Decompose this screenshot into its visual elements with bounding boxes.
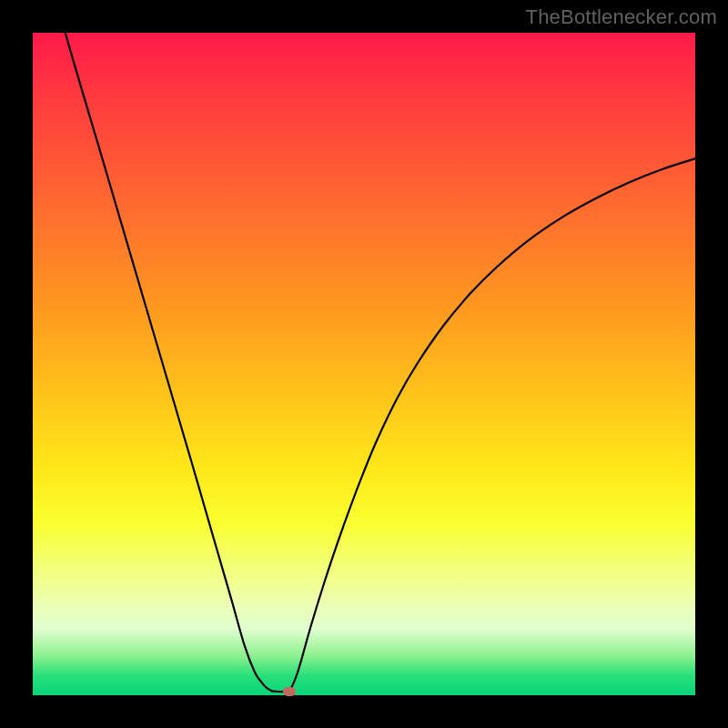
- bottleneck-curve: [66, 33, 695, 693]
- plot-area: [33, 33, 695, 695]
- curve-layer: [33, 33, 695, 695]
- attribution-text: TheBottlenecker.com: [526, 5, 717, 29]
- optimum-marker: [283, 687, 296, 696]
- chart-frame: TheBottlenecker.com: [0, 0, 728, 728]
